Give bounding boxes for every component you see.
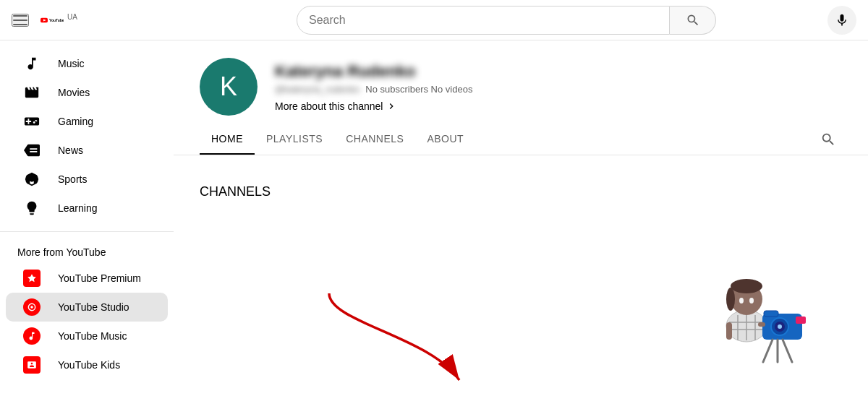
mic-icon (835, 13, 849, 27)
mic-button[interactable] (827, 6, 856, 35)
header-right (827, 6, 856, 35)
studio-icon (23, 298, 41, 316)
sidebar-item-movies[interactable]: Movies (6, 78, 168, 107)
channel-avatar: K (200, 58, 258, 116)
svg-rect-26 (764, 311, 778, 317)
sidebar-label-gaming: Gaming (58, 116, 93, 127)
ytmusic-icon (23, 327, 41, 345)
sidebar-item-gaming[interactable]: Gaming (6, 107, 168, 136)
search-icon (686, 13, 700, 27)
tab-about[interactable]: ABOUT (415, 124, 475, 155)
sidebar-label-studio: YouTube Studio (58, 301, 129, 313)
channels-section: CHANNELS (174, 155, 868, 240)
logo-country: UA (67, 13, 77, 21)
movies-icon (23, 84, 41, 101)
svg-line-28 (783, 340, 792, 362)
sidebar: Music Movies Gaming News (0, 40, 174, 409)
sidebar-label-learning: Learning (58, 202, 98, 214)
channel-stats: No subscribers No videos (365, 84, 472, 95)
main-layout: Music Movies Gaming News (0, 40, 868, 409)
svg-point-24 (778, 324, 782, 329)
svg-rect-20 (726, 322, 732, 340)
svg-rect-30 (758, 322, 765, 327)
channels-section-title: CHANNELS (200, 184, 842, 199)
tab-channels[interactable]: CHANNELS (334, 124, 415, 155)
sidebar-label-music: Music (58, 58, 85, 69)
sidebar-item-kids[interactable]: YouTube Kids (6, 350, 168, 379)
sidebar-item-sports[interactable]: Sports (6, 165, 168, 194)
logo[interactable]: YouTube UA (41, 12, 77, 28)
svg-rect-25 (796, 317, 806, 324)
tab-search-button[interactable] (814, 126, 842, 153)
sidebar-label-premium: YouTube Premium (58, 272, 141, 284)
search-bar (297, 6, 716, 35)
header: YouTube UA (0, 0, 868, 40)
camera-illustration (694, 250, 810, 366)
svg-rect-1 (13, 20, 27, 21)
youtube-logo-icon: YouTube (41, 12, 64, 28)
arrow-annotation (315, 279, 474, 395)
svg-point-16 (731, 279, 762, 293)
channel-more-link[interactable]: More about this channel (275, 100, 472, 112)
sidebar-item-studio[interactable]: YouTube Studio (6, 293, 168, 322)
svg-rect-2 (13, 24, 27, 25)
search-input[interactable] (309, 14, 658, 27)
tab-search-icon (820, 132, 836, 147)
content-area: K Kateryna Rudenko @kateryna_rudenko No … (174, 40, 868, 240)
channel-info: Kateryna Rudenko @kateryna_rudenko No su… (275, 62, 472, 112)
channel-header: K Kateryna Rudenko @kateryna_rudenko No … (174, 40, 868, 116)
chevron-right-icon (386, 100, 397, 112)
sidebar-label-movies: Movies (58, 87, 90, 98)
svg-point-18 (739, 298, 744, 303)
sidebar-item-news[interactable]: News (6, 136, 168, 165)
sidebar-label-kids: YouTube Kids (58, 359, 120, 371)
search-input-wrap[interactable] (297, 6, 670, 35)
search-button[interactable] (670, 6, 716, 35)
sidebar-label-news: News (58, 145, 83, 156)
svg-text:YouTube: YouTube (49, 18, 64, 22)
channel-more-text: More about this channel (275, 100, 383, 112)
channel-handle: @kateryna_rudenko (275, 84, 359, 95)
sidebar-label-ytmusic: YouTube Music (58, 330, 127, 342)
premium-icon (23, 270, 41, 287)
tab-home[interactable]: HOME (200, 124, 255, 155)
svg-point-19 (749, 298, 754, 303)
svg-line-27 (763, 340, 773, 362)
svg-point-17 (726, 288, 735, 311)
header-center (197, 6, 816, 35)
gaming-icon (23, 113, 41, 130)
sidebar-item-premium[interactable]: YouTube Premium (6, 264, 168, 293)
learning-icon (23, 199, 41, 217)
menu-button[interactable] (12, 14, 29, 27)
empty-state-illustration (694, 250, 810, 366)
svg-point-8 (30, 306, 33, 309)
svg-rect-0 (13, 15, 27, 17)
sidebar-item-music[interactable]: Music (6, 49, 168, 78)
sidebar-item-learning[interactable]: Learning (6, 194, 168, 223)
content-wrapper: K Kateryna Rudenko @kateryna_rudenko No … (174, 40, 868, 409)
kids-icon (23, 356, 41, 374)
channel-tabs: HOME PLAYLISTS CHANNELS ABOUT (174, 124, 868, 155)
music-icon (23, 55, 41, 72)
tab-playlists[interactable]: PLAYLISTS (255, 124, 334, 155)
sidebar-item-ytmusic[interactable]: YouTube Music (6, 322, 168, 350)
header-left: YouTube UA (12, 12, 185, 28)
channel-name: Kateryna Rudenko (275, 62, 472, 81)
sports-icon (23, 171, 41, 188)
sidebar-label-sports: Sports (58, 173, 87, 185)
sidebar-more-title: More from YouTube (0, 241, 174, 264)
svg-marker-6 (27, 274, 36, 282)
news-icon (23, 142, 41, 159)
sidebar-divider (0, 231, 174, 232)
